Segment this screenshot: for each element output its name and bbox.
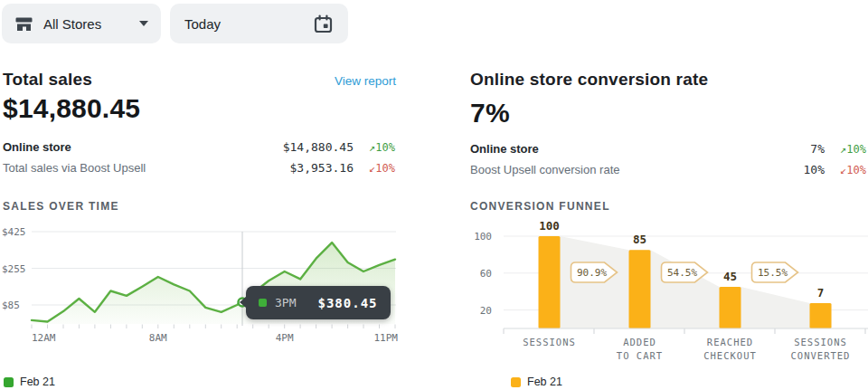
- chart-tooltip: 3PM $380.45: [246, 286, 391, 319]
- row-change: ↙10%: [825, 164, 866, 176]
- svg-text:ADDED: ADDED: [623, 337, 656, 347]
- conversion-funnel-chart[interactable]: 10060201008545790.9%54.5%15.5%SESSIONSAD…: [470, 217, 868, 369]
- svg-text:20: 20: [480, 305, 492, 317]
- sales-over-time-heading: SALES OVER TIME: [3, 200, 119, 213]
- tooltip-time: 3PM: [275, 296, 296, 309]
- conversion-rate-panel: Online store conversion rate 7% Online s…: [470, 0, 868, 390]
- svg-text:100: 100: [474, 231, 492, 243]
- svg-text:90.9%: 90.9%: [577, 267, 607, 279]
- svg-text:$425: $425: [2, 226, 26, 238]
- svg-text:$85: $85: [2, 300, 20, 311]
- analytics-dashboard: All Stores Today Total sales View report…: [0, 0, 868, 390]
- svg-text:SESSIONS: SESSIONS: [794, 337, 847, 347]
- online-store-conversion-row: Online store 7% ↗10%: [470, 142, 866, 156]
- svg-text:15.5%: 15.5%: [758, 267, 788, 279]
- svg-text:CONVERTED: CONVERTED: [791, 350, 851, 361]
- funnel-legend: Feb 21: [511, 376, 562, 388]
- view-report-link[interactable]: View report: [335, 74, 396, 88]
- tooltip-series-swatch: [259, 299, 267, 307]
- svg-text:12AM: 12AM: [32, 332, 56, 344]
- tooltip-value: $380.45: [317, 296, 377, 310]
- row-label: Total sales via Boost Upsell: [3, 161, 290, 175]
- boost-upsell-conversion-row: Boost Upsell conversion rate 10% ↙10%: [470, 163, 866, 176]
- svg-text:45: 45: [723, 270, 737, 283]
- sales-legend: Feb 21: [4, 376, 55, 388]
- conversion-funnel-heading: CONVERSION FUNNEL: [470, 200, 610, 213]
- svg-text:100: 100: [539, 219, 560, 233]
- row-change: ↗10%: [354, 141, 395, 154]
- total-sales-value: $14,880.45: [3, 93, 140, 124]
- svg-text:4PM: 4PM: [276, 332, 294, 344]
- svg-text:SESSIONS: SESSIONS: [523, 337, 576, 347]
- row-label: Online store: [3, 140, 283, 154]
- row-value: 10%: [804, 163, 825, 176]
- svg-text:85: 85: [633, 233, 646, 246]
- row-value: $3,953.16: [290, 161, 354, 175]
- legend-label: Feb 21: [20, 376, 55, 388]
- online-store-sales-row: Online store $14,880.45 ↗10%: [3, 140, 395, 154]
- svg-text:$255: $255: [2, 263, 26, 275]
- svg-text:11PM: 11PM: [374, 332, 399, 344]
- svg-text:8AM: 8AM: [149, 332, 167, 344]
- row-change: ↗10%: [825, 143, 866, 156]
- total-sales-title: Total sales: [3, 70, 92, 90]
- row-change: ↙10%: [354, 162, 395, 175]
- svg-text:60: 60: [480, 268, 492, 280]
- svg-text:54.5%: 54.5%: [667, 267, 697, 279]
- svg-text:7: 7: [817, 286, 825, 300]
- row-value: 7%: [810, 142, 825, 156]
- conversion-rate-value: 7%: [470, 98, 510, 128]
- legend-label: Feb 21: [527, 376, 562, 388]
- boost-upsell-sales-row: Total sales via Boost Upsell $3,953.16 ↙…: [3, 161, 395, 175]
- svg-text:CHECKOUT: CHECKOUT: [703, 350, 757, 361]
- svg-text:TO CART: TO CART: [617, 350, 663, 361]
- row-value: $14,880.45: [283, 140, 354, 154]
- svg-text:REACHED: REACHED: [707, 337, 753, 347]
- conversion-rate-title: Online store conversion rate: [470, 70, 708, 90]
- row-label: Online store: [470, 142, 810, 156]
- total-sales-panel: Total sales View report $14,880.45 Onlin…: [0, 0, 398, 390]
- legend-swatch-green: [4, 377, 14, 387]
- row-label: Boost Upsell conversion rate: [470, 163, 804, 176]
- legend-swatch-orange: [511, 377, 521, 387]
